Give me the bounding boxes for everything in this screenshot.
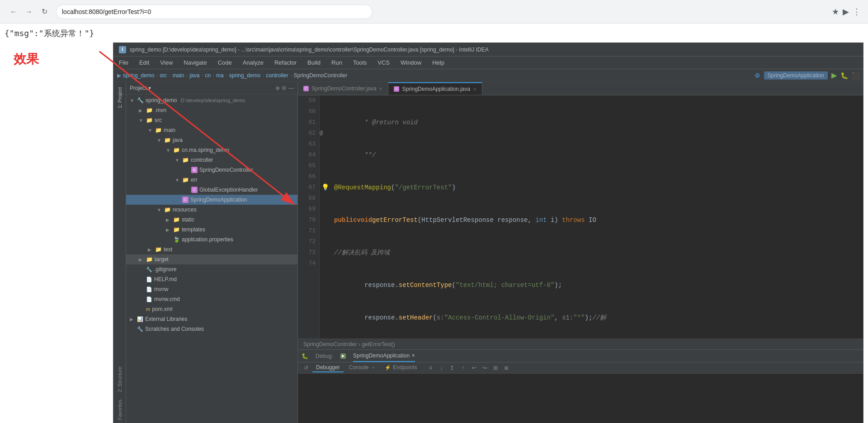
forward-button[interactable]: → [23,5,35,18]
stop-button[interactable]: ⬛ [852,72,859,79]
menu-build[interactable]: Build [306,59,322,66]
code-content[interactable]: * @return void **/ @RequestMapping("/get… [330,95,863,338]
mute-btn[interactable]: ↩ [469,363,478,372]
bc-src: src [160,72,167,79]
refresh-button[interactable]: ↻ [38,5,51,18]
tab-close-controller[interactable]: ✕ [379,86,382,91]
side-tab-project[interactable]: 1: Project [115,84,124,112]
tree-item-src[interactable]: ▼ 📁 src [126,115,297,125]
tree-item-spring-demo-controller[interactable]: C SpringDemoController [126,165,297,175]
tab-spring-demo-app[interactable]: C SpringDemoApplication.java ✕ [388,82,482,95]
tree-item-test[interactable]: ▶ 📁 test [126,244,297,254]
tab-close-app[interactable]: ✕ [473,87,476,92]
bc-spring-demo: spring_demo [229,72,260,79]
panel-actions: ⊕ ⚙ — [275,85,294,91]
run-button[interactable]: ▶ [831,71,837,80]
tree-item-scratches[interactable]: 🔧 Scratches and Consoles [126,324,297,334]
bottom-tab-app[interactable]: SpringDemoApplication ✕ [353,350,415,362]
tree-item-helpmd[interactable]: 📄 HELP.md [126,274,297,284]
step-into-btn[interactable]: ↓ [437,363,446,372]
project-panel: Project ▾ ⊕ ⚙ — ▼ 🔧 spring_demo D:\devel… [126,82,298,423]
browser-chrome: ← → ↻ localhost:8080/getErrorTest?i=0 ★ … [0,0,868,24]
back-button[interactable]: ← [7,5,20,18]
side-tab-favorites[interactable]: 4: Favorites [115,396,124,423]
bookmark-icon[interactable]: ★ [832,7,839,17]
bc-cn: cn [205,72,211,79]
code-line-61: @RequestMapping("/getErrorTest") [334,182,859,193]
console-label: Console → [349,364,376,371]
tree-item-pomxml[interactable]: m pom.xml [126,304,297,314]
tree-item-err[interactable]: ▼ 📁 err [126,175,297,185]
panel-collapse-icon[interactable]: — [288,85,294,91]
menu-refactor[interactable]: Refactor [273,59,298,66]
menu-analyze[interactable]: Analyze [241,59,265,66]
bc-class: SpringDemoController [294,72,348,79]
browser-nav: ← → ↻ [7,5,51,18]
tree-item-mvn[interactable]: ▶ 📁 .mvn [126,105,297,115]
menu-help[interactable]: Help [430,59,446,66]
tree-item-mvnwcmd[interactable]: 📄 mvnw.cmd [126,294,297,304]
refresh-debug-btn[interactable]: ↺ [302,363,311,372]
frames-btn[interactable]: ⊞ [491,363,500,372]
app-label: SpringDemoApplication [353,352,410,359]
tree-item-cn-ma[interactable]: ▼ 📁 cn.ma.spring_demo [126,145,297,155]
bc-java: java [189,72,199,79]
tree-item-global-exception[interactable]: C GlobalExceptionHandler [126,185,297,195]
tree-item-templates[interactable]: ▶ 📁 templates [126,225,297,235]
bc-springdemo: spring_demo [123,72,154,79]
tree-item-mvnw[interactable]: 📄 mvnw [126,284,297,294]
menu-tools[interactable]: Tools [351,59,368,66]
tree-item-main[interactable]: ▼ 📁 main [126,125,297,135]
ide-titlebar: I spring_demo [D:\develop\idea\spring_de… [113,43,863,56]
panel-sync-icon[interactable]: ⊕ [275,85,280,91]
tree-item-controller[interactable]: ▼ 📁 controller [126,155,297,165]
tree-item-app-props[interactable]: 🍃 application.properties [126,235,297,244]
endpoints-tab[interactable]: ⚡ Endpoints [381,363,420,372]
step-out-btn[interactable]: ↥ [448,363,457,372]
menu-code[interactable]: Code [216,59,234,66]
step-over-btn[interactable]: ≡ [426,363,435,372]
bottom-toolbar: ↺ Debugger Console → ⚡ Endpoints ≡ [298,362,863,374]
tree-item-target[interactable]: ▶ 📁 target [126,254,297,264]
tree-item-static[interactable]: ▶ 📁 static [126,215,297,225]
menu-vcs[interactable]: VCS [376,59,392,66]
line-numbers: 59 60 61 62 63 64 65 66 67 68 69 70 71 7… [298,95,320,338]
file-tree[interactable]: ▼ 🔧 spring_demo D:\develop\idea\spring_d… [126,94,297,423]
side-tabs: 1: Project 2: Structure 4: Favorites [113,82,126,423]
resume-btn[interactable]: ↑ [458,363,467,372]
tree-item-external-libs[interactable]: ▶ 📊 External Libraries [126,314,297,324]
profile-icon[interactable]: ▶ [843,7,849,17]
debug-button[interactable]: 🐛 [840,72,848,79]
ide-body: 1: Project 2: Structure 4: Favorites Pro… [113,82,863,423]
menu-edit[interactable]: Edit [137,59,151,66]
tab-spring-demo-controller[interactable]: C SpringDemoController.java ✕ [298,82,388,95]
panel-settings-icon[interactable]: ⚙ [282,85,287,91]
debugger-tab[interactable]: Debugger [312,363,344,372]
menu-icon[interactable]: ⋮ [853,7,861,17]
app-tab-close[interactable]: ✕ [411,353,415,358]
panel-header: Project ▾ ⊕ ⚙ — [126,82,297,94]
tree-item-resources[interactable]: ▼ 📁 resources [126,205,297,215]
ide-window: I spring_demo [D:\develop\idea\spring_de… [113,42,863,423]
console-tab[interactable]: Console → [345,363,379,372]
menu-view[interactable]: View [158,59,175,66]
tab-label-controller: SpringDemoController.java [311,85,376,92]
side-tab-structure[interactable]: 2: Structure [115,363,124,396]
run-config-label[interactable]: SpringDemoApplication [764,71,828,80]
run-config-dropdown-icon[interactable]: ⚙ [755,72,760,79]
browser-content: {"msg":"系统异常！"} 效果 I spring_demo [D:\dev… [0,24,868,423]
menu-window[interactable]: Window [399,59,423,66]
menu-navigate[interactable]: Navigate [182,59,208,66]
address-bar[interactable]: localhost:8080/getErrorTest?i=0 [56,5,373,19]
tree-item-gitignore[interactable]: 🔧 .gitignore [126,264,297,274]
alt-step-btn[interactable]: ↪ [480,363,489,372]
debug-label: Debug: [316,353,333,359]
tree-item-root[interactable]: ▼ 🔧 spring_demo D:\develop\idea\spring_d… [126,95,297,105]
tree-item-spring-demo-app[interactable]: C SpringDemoApplication [126,195,297,205]
code-line-64: response.setContentType("text/html; char… [334,280,859,291]
menu-file[interactable]: File [117,59,130,66]
menu-run[interactable]: Run [330,59,344,66]
tree-item-java[interactable]: ▼ 📁 java [126,135,297,145]
ide-breadcrumb: ▶ spring_demo › src › main › java › cn ›… [113,69,863,82]
variables-btn[interactable]: ≣ [502,363,511,372]
